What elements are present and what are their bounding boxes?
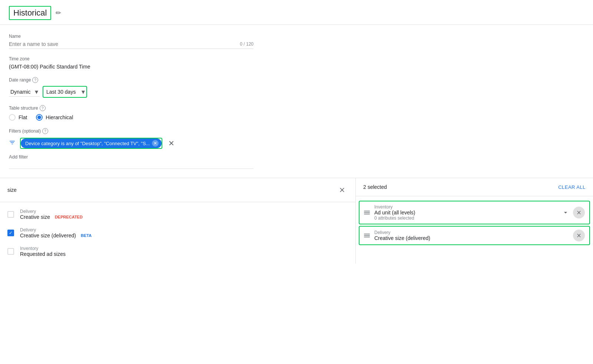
section-divider [9, 168, 254, 169]
left-panel-header: size [0, 178, 355, 202]
drag-handle-ad-unit[interactable] [364, 211, 370, 214]
badge-beta: BETA [79, 233, 93, 238]
date-range-help-icon[interactable]: ? [32, 77, 38, 83]
list-item-content-requested-ad-sizes: Inventory Requested ad sizes [20, 246, 66, 257]
list-item: ✓ Delivery Creative size (delivered) BET… [0, 224, 355, 242]
checkbox-creative-size[interactable] [7, 211, 14, 218]
check-mark-icon: ✓ [9, 230, 13, 236]
radio-flat-outer [9, 114, 16, 121]
filter-funnel-icon [9, 139, 16, 148]
chevron-down-icon[interactable] [560, 207, 572, 218]
checkbox-creative-size-delivered[interactable]: ✓ [7, 230, 14, 236]
filter-row: Device category is any of "Desktop", "Co… [9, 138, 584, 149]
radio-flat-label: Flat [19, 114, 27, 120]
list-item-name: Creative size DEPRECATED [20, 214, 85, 220]
page-title: Historical [13, 8, 47, 17]
list-items: Delivery Creative size DEPRECATED ✓ Deli… [0, 202, 355, 264]
filters-section: Filters (optional) ? Device category is … [9, 128, 584, 160]
add-filter-link[interactable]: Add filter [9, 154, 28, 160]
table-structure-help-icon[interactable]: ? [40, 105, 46, 111]
filter-chip-wrapper: Device category is any of "Desktop", "Co… [20, 138, 162, 149]
timezone-section: Time zone (GMT-08:00) Pacific Standard T… [9, 56, 584, 70]
filters-help-icon[interactable]: ? [42, 128, 48, 134]
list-item-content-creative-size-delivered: Delivery Creative size (delivered) BETA [20, 227, 93, 238]
date-range-type-select[interactable]: Dynamic Fixed [9, 87, 40, 97]
drag-handle-creative-size[interactable] [364, 234, 370, 237]
selected-count: 2 selected [363, 184, 387, 190]
list-item: Inventory Requested ad sizes [0, 242, 355, 261]
right-item-name: Ad unit (all levels) [374, 210, 555, 216]
right-item-content-creative-size: Delivery Creative size (delivered) [374, 230, 569, 241]
date-range-period-select[interactable]: Last 30 days Last 7 days Last 14 days La… [43, 87, 86, 97]
left-panel-close-icon[interactable] [336, 184, 348, 196]
list-item: Delivery Creative size DEPRECATED [0, 205, 355, 224]
table-structure-section: Table structure ? Flat Hierarchical [9, 105, 584, 121]
date-range-section: Date range ? Dynamic Fixed ▾ Last 30 day… [9, 77, 584, 98]
list-item-category: Delivery [20, 209, 85, 214]
right-panel: 2 selected CLEAR ALL Inventory Ad unit (… [356, 178, 593, 264]
checkbox-requested-ad-sizes[interactable] [7, 248, 14, 255]
title-box: Historical [9, 6, 51, 20]
list-item-name: Creative size (delivered) BETA [20, 233, 93, 238]
badge-deprecated: DEPRECATED [53, 214, 85, 220]
right-items: Inventory Ad unit (all levels) 0 attribu… [356, 196, 593, 250]
radio-hierarchical-outer [36, 114, 43, 121]
radio-flat[interactable]: Flat [9, 114, 27, 121]
name-label: Name [9, 34, 584, 39]
left-panel-title: size [7, 187, 17, 193]
list-item-category: Delivery [20, 227, 93, 233]
page-header: Historical ✏ [0, 0, 593, 25]
filter-chip[interactable]: Device category is any of "Desktop", "Co… [21, 138, 162, 148]
name-input-row: 0 / 120 [9, 41, 254, 49]
left-panel: size Delivery Creative size DEPRECATED [0, 178, 356, 264]
name-input[interactable] [9, 41, 237, 47]
date-range-type-wrapper: Dynamic Fixed ▾ [9, 87, 40, 97]
remove-creative-size-button[interactable] [573, 230, 585, 241]
bottom-section: size Delivery Creative size DEPRECATED [0, 178, 593, 264]
right-item-attrs: 0 attributes selected [374, 216, 555, 221]
right-item-content-ad-unit: Inventory Ad unit (all levels) 0 attribu… [374, 204, 555, 221]
filters-label: Filters (optional) ? [9, 128, 584, 134]
date-range-inputs: Dynamic Fixed ▾ Last 30 days Last 7 days… [9, 86, 584, 98]
timezone-label: Time zone [9, 56, 584, 61]
list-item-content-creative-size: Delivery Creative size DEPRECATED [20, 209, 85, 220]
list-item-name: Requested ad sizes [20, 251, 66, 257]
filter-remove-icon[interactable]: ✕ [168, 139, 175, 148]
table-structure-radio-group: Flat Hierarchical [9, 114, 584, 121]
radio-hierarchical[interactable]: Hierarchical [36, 114, 73, 121]
edit-icon[interactable]: ✏ [56, 9, 61, 17]
timezone-value: (GMT-08:00) Pacific Standard Time [9, 64, 584, 70]
right-item-category: Delivery [374, 230, 569, 235]
radio-hierarchical-label: Hierarchical [46, 114, 73, 120]
right-panel-header: 2 selected CLEAR ALL [356, 178, 593, 196]
right-item-category: Inventory [374, 204, 555, 210]
name-counter: 0 / 120 [240, 41, 254, 47]
list-item-category: Inventory [20, 246, 66, 251]
filter-chip-text: Device category is any of "Desktop", "Co… [25, 141, 150, 146]
table-structure-label-row: Table structure ? [9, 105, 584, 111]
clear-all-button[interactable]: CLEAR ALL [558, 184, 586, 190]
right-item-creative-size-delivered: Delivery Creative size (delivered) [359, 226, 590, 245]
radio-hierarchical-inner [37, 116, 41, 119]
right-item-ad-unit: Inventory Ad unit (all levels) 0 attribu… [359, 201, 590, 224]
filter-chip-close-icon[interactable]: ✕ [152, 140, 159, 147]
date-range-label: Date range ? [9, 77, 584, 83]
right-item-name: Creative size (delivered) [374, 235, 569, 241]
form-section: Name 0 / 120 Time zone (GMT-08:00) Pacif… [0, 25, 593, 169]
right-item-actions [573, 230, 585, 241]
date-range-period-wrapper: Last 30 days Last 7 days Last 14 days La… [43, 86, 87, 98]
right-item-actions [560, 207, 585, 218]
remove-ad-unit-button[interactable] [573, 207, 585, 218]
